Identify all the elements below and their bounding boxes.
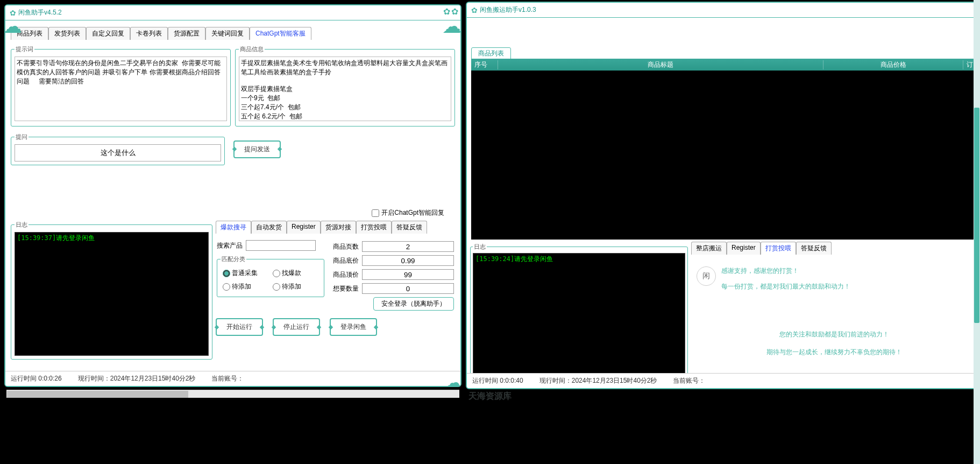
tab-hotsearch[interactable]: 爆款搜寻 bbox=[216, 221, 251, 234]
login-button[interactable]: 登录闲鱼 bbox=[330, 318, 377, 336]
tab-store-move[interactable]: 整店搬运 bbox=[691, 242, 727, 255]
window-title: 闲鱼助手v4.5.2 bbox=[18, 8, 62, 17]
prompt-legend: 提示词 bbox=[15, 45, 34, 53]
chatgpt-enable-checkbox[interactable] bbox=[372, 209, 379, 217]
main-tabs: 商品列表 发货列表 自定义回复 卡卷列表 货源配置 关键词回复 ChatGpt智… bbox=[11, 27, 455, 40]
match-fieldset: 匹配分类 普通采集 找爆款 待添加 待添加 bbox=[217, 255, 324, 297]
question-input[interactable] bbox=[15, 144, 221, 161]
statusbar-right: 运行时间 0:0:0:40 现行时间：2024年12月23日15时40分2秒 当… bbox=[467, 373, 977, 388]
log-output: [15:39:37]请先登录闲鱼 bbox=[15, 232, 209, 356]
tab-faq[interactable]: 答疑反馈 bbox=[392, 221, 427, 234]
radio-hot[interactable]: 找爆款 bbox=[273, 269, 318, 278]
lower-tabs: 爆款搜寻 自动发货 Register 货源对接 打赏投喂 答疑反馈 bbox=[216, 221, 455, 234]
donate-line4: 期待与您一起成长，继续努力不辜负您的期待！ bbox=[691, 348, 977, 357]
log-fieldset: 日志 [15:39:37]请先登录闲鱼 bbox=[11, 221, 212, 360]
tab-autoship[interactable]: 自动发货 bbox=[251, 221, 287, 234]
safe-login-button[interactable]: 安全登录（脱离助手） bbox=[373, 297, 454, 311]
radio-normal[interactable]: 普通采集 bbox=[223, 269, 268, 278]
high-label: 商品顶价 bbox=[330, 270, 359, 279]
product-legend: 商品信息 bbox=[239, 45, 265, 53]
start-button[interactable]: 开始运行 bbox=[216, 318, 263, 336]
main-window-right: ✿ 闲鱼搬运助手v1.0.3 商品列表 序号 商品标题 商品价格 订 日志 [1… bbox=[466, 2, 978, 389]
tab-products-right[interactable]: 商品列表 bbox=[471, 47, 511, 60]
product-fieldset: 商品信息 手提双层素描笔盒美术生专用铅笔收纳盒透明塑料超大容量文具盒炭笔画笔工具… bbox=[235, 45, 455, 126]
watermark: 天海资源库 bbox=[468, 391, 512, 464]
chatgpt-enable-label: 开启ChatGpt智能回复 bbox=[381, 208, 444, 217]
log-legend-right: 日志 bbox=[473, 243, 487, 251]
decoration-cloud: ☁ bbox=[4, 15, 22, 38]
tab-cards[interactable]: 卡卷列表 bbox=[130, 27, 168, 40]
ask-button[interactable]: 提问发送 bbox=[233, 140, 281, 158]
titlebar: ✿ 闲鱼助手v4.5.2 ✿ ✿ bbox=[5, 5, 460, 20]
low-input[interactable] bbox=[362, 255, 454, 266]
question-legend: 提问 bbox=[15, 133, 29, 141]
tab-supply[interactable]: 货源配置 bbox=[168, 27, 205, 40]
table-body bbox=[471, 71, 977, 240]
tab-donate[interactable]: 打赏投喂 bbox=[356, 221, 392, 234]
tab-keyword[interactable]: 关键词回复 bbox=[205, 27, 250, 40]
titlebar-right: ✿ 闲鱼搬运助手v1.0.3 bbox=[467, 3, 977, 18]
match-legend: 匹配分类 bbox=[221, 255, 246, 263]
star-icon: ✿ bbox=[471, 6, 478, 15]
avatar-icon: 闲 bbox=[697, 266, 716, 286]
th-title[interactable]: 商品标题 bbox=[498, 60, 823, 69]
tab-custom-reply[interactable]: 自定义回复 bbox=[86, 27, 130, 40]
tab-donate-r[interactable]: 打赏投喂 bbox=[761, 242, 796, 255]
decoration-cloud: ☁ bbox=[442, 15, 461, 38]
tab-shipping[interactable]: 发货列表 bbox=[48, 27, 86, 40]
qty-input[interactable] bbox=[362, 283, 454, 294]
stop-button[interactable]: 停止运行 bbox=[273, 318, 320, 336]
statusbar-left: 运行时间 0:0:0:26 现行时间：2024年12月23日15时40分2秒 当… bbox=[5, 371, 460, 386]
table-header: 序号 商品标题 商品价格 订 bbox=[471, 59, 978, 71]
log-fieldset-right: 日志 [15:39:24]请先登录闲鱼 bbox=[470, 243, 688, 378]
tab-chatgpt[interactable]: ChatGpt智能客服 bbox=[250, 27, 311, 40]
donate-line1: 感谢支持，感谢您的打赏！ bbox=[721, 266, 850, 276]
window-vscroll[interactable] bbox=[974, 0, 980, 464]
search-input[interactable] bbox=[246, 240, 316, 251]
decoration-cloud: ☁ bbox=[444, 371, 461, 387]
donate-line3: 您的关注和鼓励都是我们前进的动力！ bbox=[691, 330, 977, 339]
log-legend: 日志 bbox=[15, 221, 29, 229]
log-output-right: [15:39:24]请先登录闲鱼 bbox=[473, 253, 685, 378]
main-window-left: ☁ ☁ ☁ ✿ 闲鱼助手v4.5.2 ✿ ✿ 商品列表 发货列表 自定义回复 卡… bbox=[4, 4, 461, 387]
search-label: 搜索产品 bbox=[217, 241, 243, 250]
donate-line2: 每一份打赏，都是对我们最大的鼓励和动力！ bbox=[721, 282, 850, 291]
hscroll-left[interactable] bbox=[6, 390, 459, 398]
radio-pend1[interactable]: 待添加 bbox=[223, 282, 268, 291]
pages-input[interactable] bbox=[362, 241, 454, 252]
qty-label: 想要数量 bbox=[330, 284, 359, 293]
product-textarea[interactable]: 手提双层素描笔盒美术生专用铅笔收纳盒透明塑料超大容量文具盒炭笔画笔工具绘画装素描… bbox=[239, 57, 451, 121]
window-title-right: 闲鱼搬运助手v1.0.3 bbox=[480, 5, 536, 15]
pages-label: 商品页数 bbox=[330, 242, 359, 251]
high-input[interactable] bbox=[362, 269, 454, 280]
tab-faq-r[interactable]: 答疑反馈 bbox=[796, 242, 832, 255]
th-price[interactable]: 商品价格 bbox=[823, 60, 963, 69]
tab-register[interactable]: Register bbox=[287, 221, 321, 234]
tab-register-r[interactable]: Register bbox=[727, 242, 761, 255]
donate-panel: 闲 感谢支持，感谢您的打赏！ 每一份打赏，都是对我们最大的鼓励和动力！ bbox=[691, 261, 977, 303]
prompt-textarea[interactable]: 不需要引导语句你现在的身份是闲鱼二手交易平台的卖家 你需要尽可能模仿真实的人回答… bbox=[15, 57, 227, 121]
prompt-fieldset: 提示词 不需要引导语句你现在的身份是闲鱼二手交易平台的卖家 你需要尽可能模仿真实… bbox=[11, 45, 231, 126]
question-fieldset: 提问 bbox=[11, 133, 225, 165]
th-seq[interactable]: 序号 bbox=[471, 60, 498, 69]
low-label: 商品底价 bbox=[330, 256, 359, 265]
radio-pend2[interactable]: 待添加 bbox=[273, 282, 318, 291]
tab-source[interactable]: 货源对接 bbox=[321, 221, 356, 234]
